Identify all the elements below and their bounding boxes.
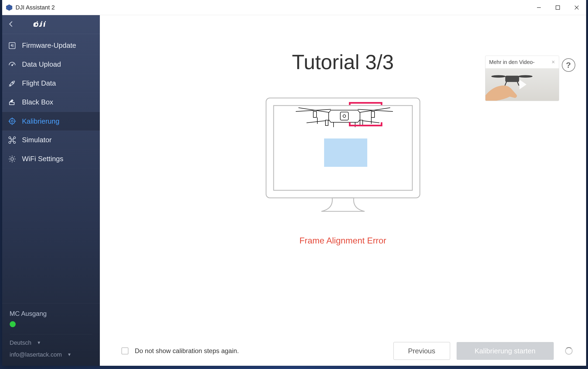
main-area: Tutorial 3/3 [100, 15, 586, 366]
close-button[interactable] [567, 0, 586, 15]
language-selector[interactable]: Deutsch ▼ [10, 339, 92, 346]
drone-icon [8, 136, 17, 145]
gauge-icon [8, 60, 17, 69]
dji-logo [33, 20, 51, 29]
previous-button[interactable]: Previous [393, 342, 450, 360]
back-button[interactable] [8, 21, 15, 29]
firmware-icon [8, 41, 17, 50]
svg-point-32 [11, 158, 13, 160]
svg-point-16 [12, 82, 13, 83]
nav-list: Firmware-Update Data Upload Flight Data [2, 34, 100, 168]
video-thumbnail[interactable] [485, 68, 559, 101]
sidebar-item-flight-data[interactable]: Flight Data [2, 74, 100, 93]
help-button[interactable]: ? [562, 58, 575, 72]
svg-point-15 [12, 65, 13, 66]
account-email: info@lasertack.com [10, 351, 62, 358]
svg-line-37 [296, 109, 331, 111]
svg-line-28 [10, 138, 11, 139]
sidebar-item-calibration[interactable]: Kalibrierung [2, 112, 100, 131]
tutorial-title: Tutorial 3/3 [292, 50, 394, 74]
svg-rect-44 [325, 120, 328, 126]
mc-status: MC Ausgang [10, 310, 92, 334]
sidebar-item-simulator[interactable]: Simulator [2, 131, 100, 150]
svg-point-18 [11, 120, 13, 122]
sidebar-item-firmware-update[interactable]: Firmware-Update [2, 36, 100, 55]
sidebar-item-label: Firmware-Update [22, 41, 76, 50]
chevron-down-icon: ▼ [67, 352, 72, 357]
svg-line-39 [358, 109, 393, 111]
sidebar-item-label: Simulator [22, 136, 52, 144]
language-label: Deutsch [10, 339, 32, 346]
svg-point-47 [343, 115, 346, 117]
sidebar-item-label: WiFi Settings [22, 155, 63, 163]
svg-rect-10 [9, 42, 15, 49]
svg-rect-42 [313, 111, 317, 117]
footer-bar: Do not show calibration steps again. Pre… [100, 336, 586, 366]
svg-rect-6 [43, 22, 45, 27]
previous-button-label: Previous [408, 347, 435, 355]
svg-point-17 [9, 119, 15, 124]
sidebar-header [2, 15, 100, 34]
error-message: Frame Alignment Error [300, 236, 386, 246]
account-selector[interactable]: info@lasertack.com ▼ [10, 351, 92, 358]
svg-point-52 [491, 75, 505, 77]
help-video-card[interactable]: Mehr in den Video- × [485, 56, 559, 101]
titlebar: DJI Assistant 2 [2, 0, 586, 15]
window-title: DJI Assistant 2 [16, 4, 55, 11]
start-button-label: Kalibrierung starten [475, 347, 535, 355]
gear-icon [8, 154, 17, 164]
close-icon[interactable]: × [552, 59, 555, 66]
sidebar-item-black-box[interactable]: Black Box [2, 93, 100, 112]
sidebar-footer: MC Ausgang Deutsch ▼ info@lasertack.com … [2, 303, 100, 366]
minimize-button[interactable] [529, 0, 548, 15]
sidebar-item-label: Black Box [22, 98, 53, 106]
loading-spinner-icon [565, 347, 573, 355]
svg-line-30 [10, 141, 11, 142]
sidebar-item-label: Flight Data [22, 79, 56, 87]
svg-rect-35 [324, 138, 367, 167]
svg-line-31 [13, 141, 14, 142]
sidebar-item-label: Kalibrierung [22, 117, 60, 126]
dont-show-again-checkbox[interactable] [121, 347, 128, 354]
mc-status-label: MC Ausgang [10, 310, 92, 317]
svg-rect-3 [556, 6, 560, 9]
sidebar-item-wifi-settings[interactable]: WiFi Settings [2, 150, 100, 168]
status-ok-icon [10, 321, 16, 327]
sidebar-item-label: Data Upload [22, 60, 61, 69]
start-calibration-button[interactable]: Kalibrierung starten [457, 342, 554, 360]
hand-icon [485, 82, 523, 101]
target-icon [8, 117, 17, 126]
svg-point-8 [41, 21, 42, 22]
maximize-button[interactable] [548, 0, 567, 15]
app-window: DJI Assistant 2 [2, 0, 586, 366]
help-tip-label: Mehr in den Video- [489, 59, 535, 65]
dont-show-again-label: Do not show calibration steps again. [135, 347, 239, 355]
calibration-illustration [263, 95, 423, 217]
svg-rect-54 [505, 76, 519, 82]
svg-point-53 [518, 75, 532, 77]
svg-line-29 [13, 138, 14, 139]
chevron-down-icon: ▼ [37, 340, 41, 345]
app-icon [5, 4, 13, 11]
rocket-icon [8, 79, 17, 88]
sidebar-item-data-upload[interactable]: Data Upload [2, 55, 100, 74]
sidebar: Firmware-Update Data Upload Flight Data [2, 15, 100, 366]
svg-rect-43 [371, 111, 375, 117]
svg-point-7 [37, 21, 38, 22]
share-icon [8, 98, 17, 107]
svg-point-9 [45, 21, 46, 22]
